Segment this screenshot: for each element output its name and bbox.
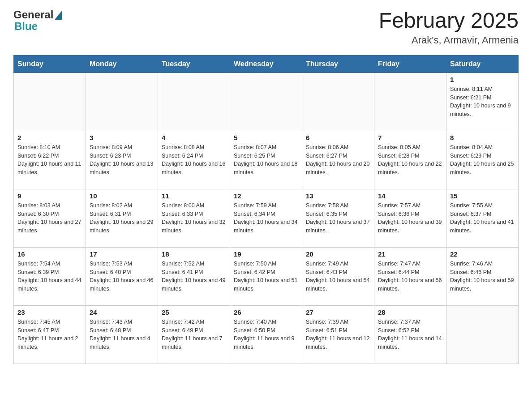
calendar-cell: 18Sunrise: 7:52 AMSunset: 6:41 PMDayligh… [158,247,230,305]
day-info: Sunrise: 8:00 AMSunset: 6:33 PMDaylight:… [162,201,226,235]
day-info: Sunrise: 7:53 AMSunset: 6:40 PMDaylight:… [90,260,154,293]
day-info: Sunrise: 8:02 AMSunset: 6:31 PMDaylight:… [90,201,154,235]
day-header-thursday: Thursday [302,55,374,73]
calendar-cell: 25Sunrise: 7:42 AMSunset: 6:49 PMDayligh… [158,305,230,364]
logo-triangle-icon [55,11,62,20]
calendar-title: February 2025 [379,9,519,33]
calendar-cell: 7Sunrise: 8:05 AMSunset: 6:28 PMDaylight… [374,131,446,189]
logo-blue-text: Blue [14,20,38,32]
week-row-3: 9Sunrise: 8:03 AMSunset: 6:30 PMDaylight… [14,189,519,247]
calendar-cell [446,305,519,364]
day-info: Sunrise: 8:07 AMSunset: 6:25 PMDaylight:… [234,143,298,177]
calendar-cell: 27Sunrise: 7:39 AMSunset: 6:51 PMDayligh… [302,305,374,364]
title-block: February 2025 Arak's, Armavir, Armenia [379,9,519,46]
day-number: 16 [17,250,82,258]
day-number: 24 [90,308,154,316]
day-number: 17 [90,250,154,258]
day-header-saturday: Saturday [446,55,519,73]
day-number: 1 [450,76,515,83]
day-info: Sunrise: 7:43 AMSunset: 6:48 PMDaylight:… [90,318,154,351]
day-info: Sunrise: 7:59 AMSunset: 6:34 PMDaylight:… [234,201,298,235]
day-info: Sunrise: 8:03 AMSunset: 6:30 PMDaylight:… [17,201,82,235]
day-info: Sunrise: 7:57 AMSunset: 6:36 PMDaylight:… [378,201,442,235]
day-number: 3 [90,134,154,141]
day-number: 6 [306,134,370,141]
day-info: Sunrise: 8:05 AMSunset: 6:28 PMDaylight:… [378,143,442,177]
day-info: Sunrise: 8:10 AMSunset: 6:22 PMDaylight:… [17,143,82,177]
day-info: Sunrise: 7:52 AMSunset: 6:41 PMDaylight:… [162,260,226,293]
calendar-cell: 14Sunrise: 7:57 AMSunset: 6:36 PMDayligh… [374,189,446,247]
week-row-4: 16Sunrise: 7:54 AMSunset: 6:39 PMDayligh… [14,247,519,305]
day-number: 26 [234,308,298,316]
calendar-cell: 23Sunrise: 7:45 AMSunset: 6:47 PMDayligh… [14,305,86,364]
day-number: 28 [378,308,442,316]
calendar-cell: 9Sunrise: 8:03 AMSunset: 6:30 PMDaylight… [14,189,86,247]
day-number: 11 [162,192,226,200]
day-number: 18 [162,250,226,258]
calendar-cell: 5Sunrise: 8:07 AMSunset: 6:25 PMDaylight… [230,131,302,189]
calendar-cell [302,73,374,131]
day-number: 27 [306,308,370,316]
day-info: Sunrise: 7:39 AMSunset: 6:51 PMDaylight:… [306,318,370,351]
day-number: 20 [306,250,370,258]
day-info: Sunrise: 8:04 AMSunset: 6:29 PMDaylight:… [450,143,515,177]
calendar-cell: 16Sunrise: 7:54 AMSunset: 6:39 PMDayligh… [14,247,86,305]
calendar-cell: 12Sunrise: 7:59 AMSunset: 6:34 PMDayligh… [230,189,302,247]
logo: General Blue [13,9,62,33]
day-number: 4 [162,134,226,141]
day-header-wednesday: Wednesday [230,55,302,73]
day-info: Sunrise: 7:55 AMSunset: 6:37 PMDaylight:… [450,201,515,235]
week-row-5: 23Sunrise: 7:45 AMSunset: 6:47 PMDayligh… [14,305,519,364]
day-info: Sunrise: 8:08 AMSunset: 6:24 PMDaylight:… [162,143,226,177]
day-info: Sunrise: 7:58 AMSunset: 6:35 PMDaylight:… [306,201,370,235]
day-info: Sunrise: 7:50 AMSunset: 6:42 PMDaylight:… [234,260,298,293]
week-row-2: 2Sunrise: 8:10 AMSunset: 6:22 PMDaylight… [14,131,519,189]
calendar-cell: 2Sunrise: 8:10 AMSunset: 6:22 PMDaylight… [14,131,86,189]
calendar-cell [158,73,230,131]
day-number: 25 [162,308,226,316]
week-row-1: 1Sunrise: 8:11 AMSunset: 6:21 PMDaylight… [14,73,519,131]
day-info: Sunrise: 7:42 AMSunset: 6:49 PMDaylight:… [162,318,226,351]
day-number: 19 [234,250,298,258]
day-number: 13 [306,192,370,200]
day-number: 12 [234,192,298,200]
calendar-cell: 10Sunrise: 8:02 AMSunset: 6:31 PMDayligh… [86,189,158,247]
calendar-cell: 4Sunrise: 8:08 AMSunset: 6:24 PMDaylight… [158,131,230,189]
day-number: 2 [17,134,82,141]
day-number: 14 [378,192,442,200]
day-number: 8 [450,134,515,141]
page-header: General Blue February 2025 Arak's, Armav… [13,9,519,46]
days-header-row: SundayMondayTuesdayWednesdayThursdayFrid… [14,55,519,73]
day-number: 5 [234,134,298,141]
day-header-sunday: Sunday [14,55,86,73]
calendar-cell: 11Sunrise: 8:00 AMSunset: 6:33 PMDayligh… [158,189,230,247]
day-number: 10 [90,192,154,200]
calendar-cell: 8Sunrise: 8:04 AMSunset: 6:29 PMDaylight… [446,131,519,189]
day-number: 23 [17,308,82,316]
day-number: 7 [378,134,442,141]
day-number: 21 [378,250,442,258]
calendar-cell: 22Sunrise: 7:46 AMSunset: 6:46 PMDayligh… [446,247,519,305]
calendar-cell: 21Sunrise: 7:47 AMSunset: 6:44 PMDayligh… [374,247,446,305]
calendar-cell: 13Sunrise: 7:58 AMSunset: 6:35 PMDayligh… [302,189,374,247]
calendar-cell: 15Sunrise: 7:55 AMSunset: 6:37 PMDayligh… [446,189,519,247]
calendar-cell [230,73,302,131]
day-info: Sunrise: 8:11 AMSunset: 6:21 PMDaylight:… [450,85,515,119]
day-header-monday: Monday [86,55,158,73]
calendar-cell: 24Sunrise: 7:43 AMSunset: 6:48 PMDayligh… [86,305,158,364]
day-info: Sunrise: 7:54 AMSunset: 6:39 PMDaylight:… [17,260,82,293]
day-info: Sunrise: 8:09 AMSunset: 6:23 PMDaylight:… [90,143,154,177]
day-number: 22 [450,250,515,258]
logo-general-text: General [13,9,53,21]
day-info: Sunrise: 7:37 AMSunset: 6:52 PMDaylight:… [378,318,442,351]
calendar-cell [374,73,446,131]
day-info: Sunrise: 7:45 AMSunset: 6:47 PMDaylight:… [17,318,82,351]
day-info: Sunrise: 7:47 AMSunset: 6:44 PMDaylight:… [378,260,442,293]
day-header-tuesday: Tuesday [158,55,230,73]
calendar-cell: 17Sunrise: 7:53 AMSunset: 6:40 PMDayligh… [86,247,158,305]
day-number: 15 [450,192,515,200]
day-info: Sunrise: 8:06 AMSunset: 6:27 PMDaylight:… [306,143,370,177]
calendar-cell [14,73,86,131]
day-header-friday: Friday [374,55,446,73]
calendar-cell: 26Sunrise: 7:40 AMSunset: 6:50 PMDayligh… [230,305,302,364]
